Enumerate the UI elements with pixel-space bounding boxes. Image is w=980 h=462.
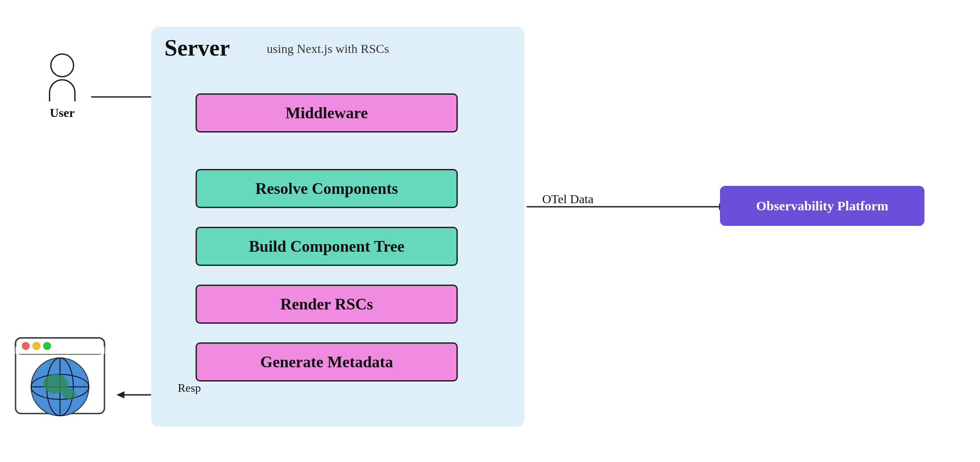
build-label: Build Component Tree	[249, 237, 404, 256]
svg-point-17	[22, 342, 29, 350]
user-body	[49, 79, 76, 101]
resp-label: Resp	[178, 382, 201, 395]
middleware-box: Middleware	[196, 93, 458, 133]
user-label: User	[50, 106, 75, 120]
observability-platform: Observability Platform	[720, 186, 924, 226]
otel-label: OTel Data	[542, 192, 593, 206]
svg-marker-3	[116, 391, 124, 398]
generate-label: Generate Metadata	[260, 353, 393, 371]
svg-point-26	[62, 388, 76, 399]
svg-point-19	[44, 342, 51, 350]
user-figure: User	[49, 53, 76, 120]
generate-box: Generate Metadata	[196, 342, 458, 382]
server-subtitle: using Next.js with RSCs	[267, 42, 389, 56]
build-box: Build Component Tree	[196, 227, 458, 266]
obs-platform-label: Observability Platform	[756, 198, 888, 213]
render-label: Render RSCs	[280, 295, 373, 313]
middleware-label: Middleware	[285, 104, 368, 122]
diagram-container: User Req Server using Next.js with RSCs …	[0, 0, 980, 462]
browser-icon	[13, 336, 111, 425]
user-head	[50, 53, 74, 77]
resolve-box: Resolve Components	[196, 169, 458, 208]
resolve-label: Resolve Components	[256, 179, 398, 198]
render-box: Render RSCs	[196, 285, 458, 324]
server-title: Server	[164, 35, 230, 61]
svg-point-18	[33, 342, 40, 350]
